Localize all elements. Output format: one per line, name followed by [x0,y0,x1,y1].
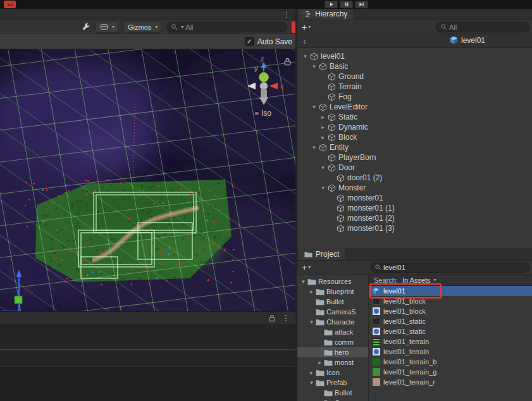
foldout-open-icon[interactable]: ▾ [299,278,307,285]
step-button[interactable] [355,1,368,8]
folder-resources[interactable]: ▾Resources [297,276,368,287]
folder-prefab[interactable]: ▾Prefab [297,378,368,388]
folder-blueprint[interactable]: ▸Blueprint [297,287,368,297]
foldout-open-icon[interactable]: ▾ [319,164,327,171]
foldout-open-icon[interactable]: ▾ [310,104,318,110]
gizmos-label: Gizmos [128,23,151,31]
search-filter-caret-icon[interactable]: ▾ [180,24,183,30]
scene-viewport[interactable]: z y x ≡ Iso [0,49,295,311]
hierarchy-item-label: door01 (2) [347,173,382,182]
bottom-panel-row [0,325,295,350]
hierarchy-item-leveleditor[interactable]: ▾LevelEditor [297,102,532,112]
gameobject-cube-icon [327,123,337,132]
hierarchy-item-label: Monster [338,183,366,192]
gizmos-dropdown[interactable]: Gizmos ▾ [123,22,162,32]
folder-monst[interactable]: ▸monst [297,357,368,367]
result-level01-block[interactable]: level01_block [369,306,532,316]
result-level01-terrain[interactable]: level01_terrain [369,347,532,357]
hierarchy-item-monster01-3[interactable]: monster01 (3) [297,223,532,233]
folder-cameras[interactable]: CameraS [297,307,368,317]
foldout-open-icon[interactable]: ▾ [307,319,316,325]
tab-hierarchy[interactable]: Hierarchy [299,8,353,20]
folder-icon [316,319,325,326]
hierarchy-item-ground[interactable]: Ground [297,71,532,82]
hierarchy-item-monster01-2[interactable]: monster01 (2) [297,213,532,223]
play-button[interactable] [325,1,338,8]
hierarchy-item-level01[interactable]: ▾level01 [297,51,532,61]
panel-menu-icon[interactable]: ⋮ [282,314,290,323]
result-level01-static[interactable]: level01_static [369,316,532,326]
foldout-closed-icon[interactable]: ▸ [307,369,316,376]
folder-icon[interactable]: ▸Icon [297,367,368,378]
search-scope-dropdown[interactable]: In Assets ▾ [402,276,436,284]
lock-icon[interactable] [283,57,292,68]
folder-characte[interactable]: ▾Characte [297,317,368,327]
hierarchy-item-door[interactable]: ▾Door [297,163,532,173]
hierarchy-search-field[interactable] [436,22,529,32]
foldout-open-icon[interactable]: ▾ [301,53,309,59]
add-object-button[interactable]: + [297,23,307,32]
project-search-field[interactable] [370,262,529,273]
result-level01-terrain-r[interactable]: level01_terrain_r [369,377,532,387]
asset-blue-dot-icon [372,328,380,336]
hierarchy-item-fog[interactable]: Fog [297,92,532,102]
pause-button[interactable] [340,1,353,8]
folder-bullet[interactable]: Bullet [297,297,368,307]
hierarchy-item-door01-2[interactable]: door01 (2) [297,173,532,183]
foldout-open-icon[interactable]: ▾ [319,185,327,191]
result-level01-static[interactable]: level01_static [369,326,532,336]
project-folder-tree: ▾Resources▸BlueprintBulletCameraS▾Charac… [297,275,369,401]
foldout-closed-icon[interactable]: ▸ [319,134,327,140]
scene-orientation-gizmo[interactable]: z y x [240,54,288,109]
hierarchy-item-basic[interactable]: ▾Basic [297,61,532,71]
dropdown-caret-icon[interactable]: ▾ [307,264,311,270]
result-level01-terrain[interactable]: level01_terrain [369,336,532,347]
shading-mode-dropdown[interactable]: ▾ [96,22,119,32]
tab-project[interactable]: Project [299,249,345,260]
bottom-panel-body [0,367,295,401]
hierarchy-item-block[interactable]: ▸Block [297,132,532,142]
folder-attack[interactable]: attack [297,327,368,337]
foldout-open-icon[interactable]: ▾ [310,144,318,151]
projection-mode-toggle[interactable]: ≡ Iso [255,109,271,118]
svg-text:z: z [261,55,264,63]
app-icon[interactable] [4,1,16,8]
hierarchy-item-monster01[interactable]: monster01 [297,193,532,203]
hierarchy-item-static[interactable]: ▸Static [297,112,532,122]
hierarchy-item-dynamic[interactable]: ▸Dynamic [297,122,532,132]
dropdown-caret-icon[interactable]: ▾ [307,24,311,30]
hierarchy-item-monster01-1[interactable]: monster01 (1) [297,203,532,213]
hierarchy-item-playerborn[interactable]: PlayerBorn [297,152,532,163]
add-asset-button[interactable]: + [297,263,307,272]
autosave-checkbox[interactable]: ✓ [245,37,254,46]
foldout-closed-icon[interactable]: ▸ [307,288,316,295]
back-chevron-icon[interactable]: ‹ [297,36,312,46]
foldout-open-icon[interactable]: ▾ [307,379,316,386]
play-icon [329,2,334,7]
result-level01[interactable]: level01 [369,286,532,296]
scene-panel: ⋮ ▾ Gizmos ▾ ▾ ✓ Auto Save [0,9,295,401]
hierarchy-item-entity[interactable]: ▾Entity [297,142,532,152]
foldout-closed-icon[interactable]: ▸ [319,124,327,130]
foldout-open-icon[interactable]: ▾ [310,63,318,70]
breadcrumb-current-scene[interactable]: level01 [449,35,485,45]
scene-search-field[interactable]: ▾ [166,22,287,32]
foldout-closed-icon[interactable]: ▸ [319,114,327,120]
folder-bullet[interactable]: Bullet [297,388,368,398]
folder-comm[interactable]: comm [297,337,368,347]
window-menu-icon[interactable]: ⋮ [283,10,290,19]
result-level01-terrain-b[interactable]: level01_terrain_b [369,357,532,367]
lock-icon[interactable] [268,314,276,322]
project-search-input[interactable] [383,264,525,271]
result-level01-block[interactable]: level01_block [369,296,532,306]
tools-icon[interactable] [82,22,91,32]
hierarchy-item-monster[interactable]: ▾Monster [297,183,532,193]
foldout-closed-icon[interactable]: ▸ [316,359,324,366]
hierarchy-item-terrain[interactable]: Terrain [297,82,532,92]
result-level01-terrain-g[interactable]: level01_terrain_g [369,367,532,377]
scene-search-input[interactable] [185,23,283,31]
hierarchy-item-label: Dynamic [338,123,368,132]
folder-comm[interactable]: Comm [297,398,368,401]
folder-hero[interactable]: hero [297,347,368,357]
hierarchy-search-input[interactable] [449,23,525,31]
